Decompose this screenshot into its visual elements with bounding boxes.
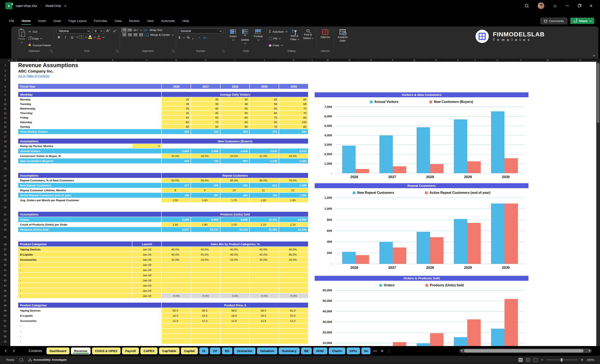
sheet-cell[interactable] <box>279 268 309 273</box>
sheet-cell[interactable]: 60 <box>250 106 279 111</box>
sheet-cell[interactable]: 719 <box>191 158 220 164</box>
column-header-Q[interactable]: Q <box>403 58 426 62</box>
sheet-cell[interactable]: 60 <box>162 120 191 125</box>
sheet-cell[interactable]: 45.0% <box>191 252 220 257</box>
fill-color-button[interactable] <box>88 35 92 39</box>
sheet-cell[interactable]: 1,249 <box>250 158 279 164</box>
sheet-cell[interactable] <box>220 278 250 283</box>
more-sheets-button[interactable]: ••• <box>373 349 377 353</box>
sheet-cell[interactable]: - <box>18 283 132 288</box>
sheet-cell[interactable]: Accessories <box>18 318 162 324</box>
sheet-cell[interactable]: 263 <box>162 129 191 135</box>
menu-tab-formulas[interactable]: Formulas <box>91 18 110 24</box>
row-header-55[interactable]: 55 <box>0 340 10 343</box>
sheet-cell[interactable]: Sales Mix by Product Categories, % <box>162 242 309 247</box>
alignment-dialog-launcher[interactable] <box>172 50 175 53</box>
sheet-cell[interactable] <box>162 329 191 334</box>
sheet-cell[interactable]: 35 <box>162 111 191 116</box>
sheet-cell[interactable] <box>162 268 191 273</box>
sheet-cell[interactable]: 45 <box>162 116 191 120</box>
sheet-cell[interactable]: 80 <box>220 120 250 125</box>
bold-button[interactable] <box>56 35 61 39</box>
row-header-3[interactable]: 3 <box>0 74 10 77</box>
sheet-cell[interactable] <box>250 273 279 278</box>
sheet-cell[interactable] <box>191 273 220 278</box>
cut-button[interactable]: Cut <box>28 29 51 34</box>
sheet-cell[interactable] <box>162 278 191 283</box>
sheet-cell[interactable] <box>162 334 191 339</box>
wrap-text-label[interactable]: Wrap Text <box>150 28 162 32</box>
insert-cells-button[interactable]: Insert <box>228 28 238 48</box>
sheet-cell[interactable]: Jan-26 <box>132 257 162 262</box>
sheet-cell[interactable] <box>162 262 191 268</box>
sheet-cell[interactable] <box>220 283 250 288</box>
column-header-G[interactable]: G <box>162 58 191 62</box>
sheet-cell[interactable]: - <box>18 268 132 273</box>
middle-align-icon[interactable] <box>122 29 126 32</box>
sheet-cell[interactable]: 55 <box>220 111 250 116</box>
row-header-15[interactable]: 15 <box>0 126 10 128</box>
sheet-cell[interactable]: 217 <box>162 183 191 188</box>
italic-button[interactable] <box>63 35 68 39</box>
row-header-53[interactable]: 53 <box>0 330 10 333</box>
row-header-46[interactable]: 46 <box>0 295 10 298</box>
sheet-cell[interactable]: Jan-26 <box>132 293 162 299</box>
sheet-cell[interactable]: Assumptions <box>18 212 162 217</box>
sheet-cell[interactable]: 59.5 <box>250 308 279 313</box>
number-format-select[interactable]: General <box>178 28 223 34</box>
sheet-cell[interactable]: Product Categories <box>18 303 162 308</box>
sheet-cell[interactable]: 55.0 <box>162 308 191 313</box>
align-center-icon[interactable] <box>128 34 132 36</box>
zoom-slider[interactable] <box>546 360 577 360</box>
vertical-scrollbar-thumb[interactable] <box>597 63 599 123</box>
sheet-cell[interactable]: - <box>18 324 162 329</box>
sheet-cell[interactable]: 6,516 <box>279 148 309 154</box>
sheet-cell[interactable]: 65.0% <box>250 178 279 183</box>
sheet-cell[interactable]: 85 <box>279 116 309 120</box>
sheet-tab-contents[interactable]: Contents <box>26 347 45 354</box>
sheet-cell[interactable]: Products (Units) Sold <box>18 227 162 232</box>
sheet-cell[interactable]: Tuesday <box>18 102 162 106</box>
sheet-cell[interactable] <box>250 324 279 329</box>
sheet-cell[interactable]: 70.0% <box>279 178 309 183</box>
accessibility-status[interactable]: Accessibility: Investigate <box>33 358 66 361</box>
sheet-tab-scenarios[interactable]: Scenarios <box>234 347 255 354</box>
new-sheet-button[interactable]: + <box>381 348 384 354</box>
sheet-cell[interactable]: Accessories <box>18 257 132 262</box>
sheet-cell[interactable]: E-Liquids <box>18 252 132 257</box>
sheet-cell[interactable]: 19.0 <box>220 313 250 318</box>
sheet-cell[interactable]: 2,209 <box>162 217 191 222</box>
sheet-cell[interactable]: - <box>18 273 132 278</box>
row-header-13[interactable]: 13 <box>0 117 10 119</box>
row-header-17[interactable]: 17 <box>0 135 10 138</box>
tab-scroll-right-icon[interactable] <box>12 349 15 352</box>
percent-format-icon[interactable] <box>187 36 190 39</box>
merge-center-icon[interactable] <box>145 34 149 36</box>
column-header-A[interactable]: A <box>10 58 14 62</box>
merge-center-chevron-icon[interactable] <box>172 33 174 36</box>
sheet-cell[interactable]: 40.0% <box>162 247 191 252</box>
sheet-cell[interactable] <box>279 278 309 283</box>
sheet-cell[interactable]: 65 <box>250 111 279 116</box>
sheet-cell[interactable]: Saturday <box>18 120 162 125</box>
sheet-tab-be[interactable]: BE <box>301 347 312 354</box>
sheet-cell[interactable]: 473 <box>250 129 279 135</box>
sheet-cell[interactable]: 5,653 <box>191 217 220 222</box>
sheet-cell[interactable]: 434 <box>162 158 191 164</box>
sheet-cell[interactable]: 8 <box>162 188 191 193</box>
sheet-cell[interactable]: Repeat Customers <box>162 173 309 178</box>
sheet-cell[interactable]: Jan-26 <box>132 273 162 278</box>
row-header-24[interactable]: 24 <box>0 174 10 177</box>
sheet-cell[interactable]: 0.0% <box>279 293 309 299</box>
column-header-U[interactable]: U <box>481 58 514 62</box>
currency-format-icon[interactable] <box>178 36 180 39</box>
sheet-cell[interactable]: 15,411 <box>250 217 279 222</box>
sheet-cell[interactable]: 13.2 <box>279 318 309 324</box>
sheet-tab-cf[interactable]: CF <box>210 347 220 354</box>
column-header-E[interactable]: E <box>94 58 132 62</box>
sheet-cell[interactable]: 20.0 <box>279 313 309 318</box>
sheet-cell[interactable] <box>279 273 309 278</box>
collapse-ribbon-chevron[interactable] <box>593 54 595 57</box>
sheet-cell[interactable]: Ramp Up Period, Months <box>18 144 132 148</box>
sheet-cell[interactable]: 0.0% <box>191 293 220 299</box>
